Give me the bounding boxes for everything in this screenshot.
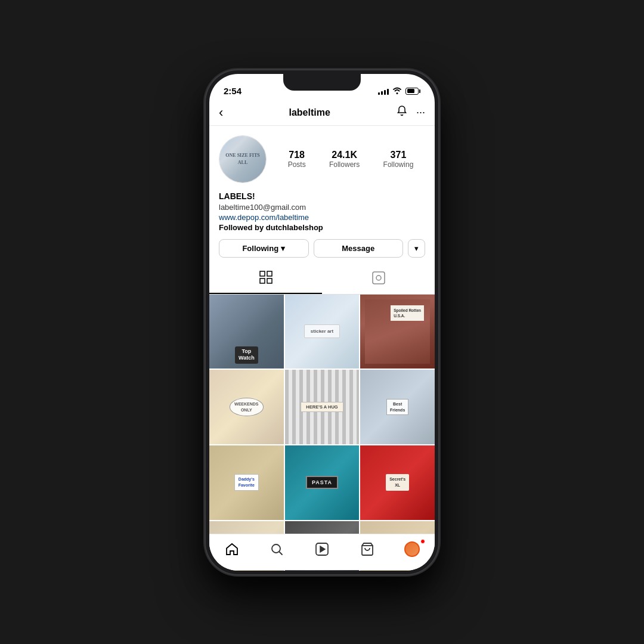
bottom-nav — [209, 534, 435, 571]
svg-marker-9 — [320, 547, 325, 553]
shop-icon — [360, 543, 374, 557]
profile-nav-item[interactable] — [400, 541, 424, 559]
instagram-content[interactable]: ‹ labeltime ··· ONE SIZE FITS AL — [209, 100, 435, 571]
following-count: 371 — [391, 150, 407, 160]
profile-username: labeltime — [289, 107, 330, 118]
tab-grid[interactable] — [209, 265, 322, 294]
profile-section: ONE SIZE FITS ALL 718 Posts 24.1K Follow… — [209, 126, 435, 265]
posts-count: 718 — [289, 150, 305, 160]
grid-cell-3[interactable]: Spoiled RottenU.S.A. — [360, 295, 435, 369]
grid-cell-8[interactable]: PASTA — [285, 445, 360, 520]
phone-notch — [283, 74, 361, 91]
wifi-icon — [392, 86, 402, 96]
grid-cell-7[interactable]: Daddy'sFavorite — [209, 445, 284, 520]
notification-dot — [420, 540, 425, 544]
posts-label: Posts — [288, 160, 306, 169]
following-button[interactable]: Following ▾ — [219, 239, 309, 258]
signal-icon — [378, 88, 389, 95]
phone-screen: 2:54 — [209, 74, 435, 571]
battery-icon — [405, 88, 420, 95]
followers-count: 24.1K — [332, 150, 357, 160]
message-button[interactable]: Message — [314, 239, 404, 258]
svg-line-7 — [280, 552, 283, 555]
search-nav-item[interactable] — [265, 541, 289, 559]
grid-cell-5[interactable]: HERE'S A HUG — [285, 370, 360, 444]
reels-nav-item[interactable] — [310, 541, 334, 559]
tab-row — [209, 265, 435, 295]
more-dropdown-button[interactable]: ▾ — [408, 239, 425, 258]
follower-name[interactable]: dutchlabelshop — [266, 223, 323, 232]
action-buttons: Following ▾ Message ▾ — [219, 239, 425, 258]
avatar-image: ONE SIZE FITS ALL — [219, 136, 266, 182]
svg-rect-2 — [260, 278, 265, 283]
reels-icon — [315, 543, 329, 557]
header-icons: ··· — [396, 105, 425, 120]
followers-label: Followers — [329, 160, 360, 169]
profile-email: labeltime100@gmail.com — [219, 203, 425, 212]
profile-display-name: LABELS! — [219, 191, 425, 201]
grid-cell-6[interactable]: BestFriends — [360, 370, 435, 444]
profile-followed-by: Followed by dutchlabelshop — [219, 223, 425, 232]
phone-device: 2:54 — [206, 70, 438, 574]
back-button[interactable]: ‹ — [219, 105, 223, 120]
status-icons — [378, 86, 420, 96]
following-label: Following — [383, 160, 414, 169]
tagged-tab-icon — [372, 271, 385, 287]
svg-rect-0 — [260, 271, 265, 276]
profile-top: ONE SIZE FITS ALL 718 Posts 24.1K Follow… — [219, 135, 425, 183]
svg-rect-4 — [373, 272, 385, 284]
svg-point-5 — [376, 275, 381, 280]
followers-stat[interactable]: 24.1K Followers — [329, 150, 360, 169]
shop-nav-item[interactable] — [355, 541, 379, 559]
status-time: 2:54 — [224, 86, 242, 96]
stats-row: 718 Posts 24.1K Followers 371 Following — [276, 150, 425, 169]
grid-tab-icon — [259, 271, 273, 287]
grid-cell-4[interactable]: WEEKENDSONLY — [209, 370, 284, 444]
tab-tagged[interactable] — [322, 265, 435, 294]
grid-cell-9[interactable]: Secret'sXL — [360, 445, 435, 520]
photo-grid: TopWatch sticker art Spoiled RottenU.S.A… — [209, 295, 435, 571]
avatar[interactable]: ONE SIZE FITS ALL — [219, 135, 267, 183]
grid-cell-2[interactable]: sticker art — [285, 295, 360, 369]
svg-rect-1 — [267, 271, 272, 276]
search-icon — [270, 543, 284, 557]
profile-link[interactable]: www.depop.com/labeltime — [219, 213, 425, 222]
ig-header: ‹ labeltime ··· — [209, 100, 435, 126]
following-stat[interactable]: 371 Following — [383, 150, 414, 169]
grid-cell-1[interactable]: TopWatch — [209, 295, 284, 369]
home-icon — [225, 543, 239, 557]
more-options-icon[interactable]: ··· — [416, 106, 425, 119]
svg-rect-3 — [267, 278, 272, 283]
home-nav-item[interactable] — [220, 541, 244, 559]
notification-bell-icon[interactable] — [396, 105, 408, 120]
profile-avatar-icon — [404, 542, 420, 558]
posts-stat[interactable]: 718 Posts — [288, 150, 306, 169]
